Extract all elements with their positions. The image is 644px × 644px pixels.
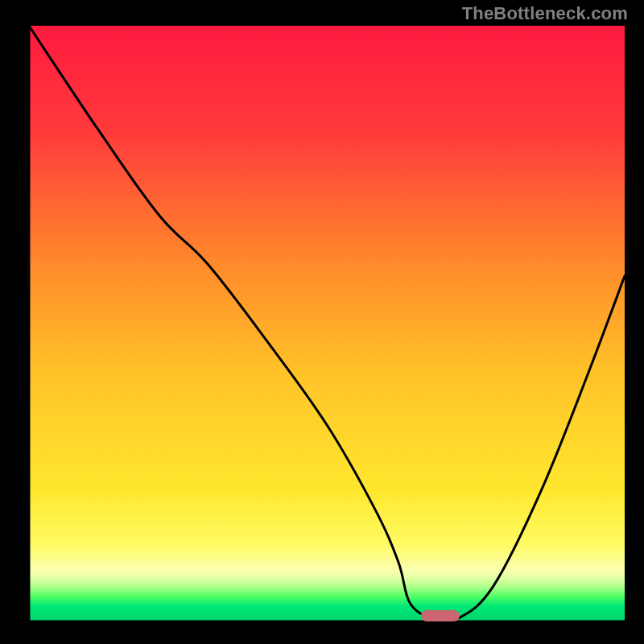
optimal-marker — [421, 610, 460, 621]
background-gradient — [29, 26, 625, 621]
plot-area — [29, 26, 625, 621]
chart-container: TheBottleneck.com — [0, 0, 644, 644]
watermark-text: TheBottleneck.com — [462, 3, 628, 24]
svg-rect-0 — [29, 26, 625, 621]
